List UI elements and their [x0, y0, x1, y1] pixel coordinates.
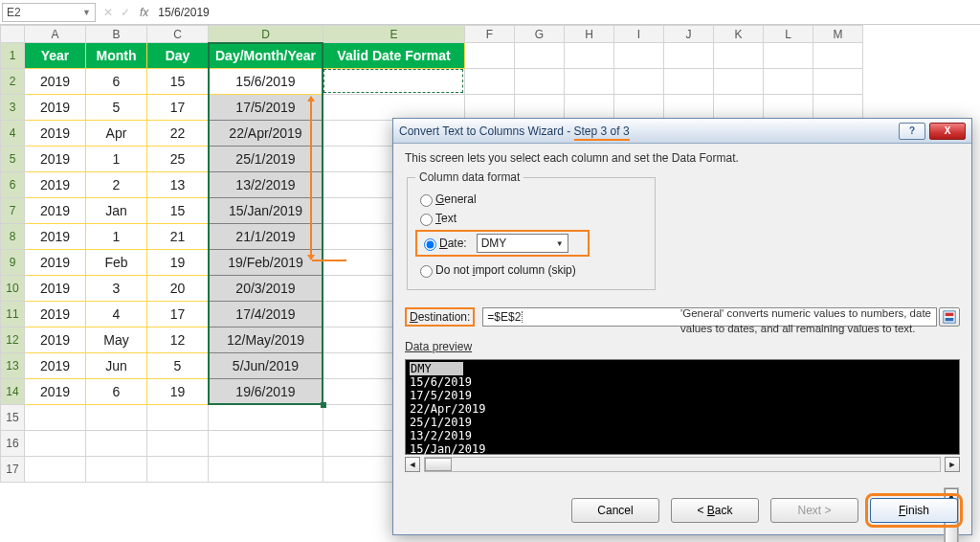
row-header-8[interactable]: 8	[1, 224, 25, 250]
cell-D4[interactable]: 22/Apr/2019	[209, 121, 323, 147]
cell-B7[interactable]: Jan	[86, 198, 147, 224]
cell-A14[interactable]: 2019	[25, 379, 86, 405]
cell-G1[interactable]	[515, 43, 565, 69]
cell-C5[interactable]: 25	[147, 147, 209, 172]
col-header-H[interactable]: H	[565, 26, 614, 43]
row-header-2[interactable]: 2	[1, 69, 25, 95]
cell-D9[interactable]: 19/Feb/2019	[209, 250, 323, 276]
help-button[interactable]: ?	[899, 123, 925, 140]
cell-A17[interactable]	[25, 457, 86, 483]
cell-C6[interactable]: 13	[147, 172, 209, 198]
cell-B8[interactable]: 1	[86, 224, 147, 250]
cell-D2[interactable]: 15/6/2019	[209, 69, 323, 95]
cell-D1[interactable]: Day/Month/Year	[209, 43, 323, 69]
cell-C11[interactable]: 17	[147, 302, 209, 327]
cell-C7[interactable]: 15	[147, 198, 209, 224]
scroll-right-button[interactable]: ►	[945, 457, 960, 472]
col-header-F[interactable]: F	[465, 26, 515, 43]
cell-D12[interactable]: 12/May/2019	[209, 327, 323, 353]
cell-C10[interactable]: 20	[147, 276, 209, 302]
cell-C3[interactable]: 17	[147, 95, 209, 121]
cell-A11[interactable]: 2019	[25, 302, 86, 327]
radio-date[interactable]	[424, 238, 436, 251]
cell-A4[interactable]: 2019	[25, 121, 86, 147]
name-box[interactable]: E2 ▼	[2, 3, 96, 22]
cell-C12[interactable]: 12	[147, 327, 209, 353]
cell-D15[interactable]	[209, 405, 323, 431]
cell-D10[interactable]: 20/3/2019	[209, 276, 323, 302]
cell-F3[interactable]	[465, 95, 515, 121]
cell-C17[interactable]	[147, 457, 209, 483]
cell-B17[interactable]	[86, 457, 147, 483]
cell-A16[interactable]	[25, 431, 86, 457]
cell-A9[interactable]: 2019	[25, 250, 86, 276]
cell-C15[interactable]	[147, 405, 209, 431]
chevron-down-icon[interactable]: ▼	[82, 8, 91, 17]
row-header-4[interactable]: 4	[1, 121, 25, 147]
cell-B3[interactable]: 5	[86, 95, 147, 121]
cell-K1[interactable]	[714, 43, 764, 69]
radio-general-row[interactable]: General	[415, 190, 647, 209]
col-header-M[interactable]: M	[813, 26, 863, 43]
cell-E2[interactable]	[323, 69, 465, 95]
cell-A15[interactable]	[25, 405, 86, 431]
dialog-titlebar[interactable]: Convert Text to Columns Wizard - Step 3 …	[393, 119, 971, 144]
radio-skip[interactable]	[420, 265, 433, 278]
fx-icon[interactable]: fx	[134, 6, 154, 19]
radio-skip-row[interactable]: Do not import column (skip)	[415, 260, 647, 280]
cell-A12[interactable]: 2019	[25, 327, 86, 353]
row-header-14[interactable]: 14	[1, 379, 25, 405]
radio-text-row[interactable]: Text	[415, 209, 647, 228]
cell-M1[interactable]	[813, 43, 863, 69]
cell-B2[interactable]: 6	[86, 69, 147, 95]
back-button[interactable]: < Back	[671, 498, 759, 523]
cell-C1[interactable]: Day	[147, 43, 209, 69]
cell-E3[interactable]	[323, 95, 465, 121]
cell-I3[interactable]	[614, 95, 664, 121]
row-header-13[interactable]: 13	[1, 353, 25, 379]
cell-B16[interactable]	[86, 431, 147, 457]
cell-A2[interactable]: 2019	[25, 69, 86, 95]
row-header-12[interactable]: 12	[1, 327, 25, 353]
cell-C4[interactable]: 22	[147, 121, 209, 147]
finish-button[interactable]: Finish	[870, 498, 958, 523]
cell-A13[interactable]: 2019	[25, 353, 86, 379]
date-order-combo[interactable]: DMY ▼	[477, 234, 568, 253]
col-header-G[interactable]: G	[515, 26, 565, 43]
cell-B4[interactable]: Apr	[86, 121, 147, 147]
col-header-J[interactable]: J	[664, 26, 714, 43]
cell-B15[interactable]	[86, 405, 147, 431]
cell-B9[interactable]: Feb	[86, 250, 147, 276]
cell-J3[interactable]	[664, 95, 714, 121]
col-header-D[interactable]: D	[209, 26, 323, 43]
cell-A7[interactable]: 2019	[25, 198, 86, 224]
selection-handle[interactable]	[321, 402, 326, 408]
cell-H2[interactable]	[565, 69, 614, 95]
radio-text[interactable]	[420, 214, 433, 226]
cell-A1[interactable]: Year	[25, 43, 86, 69]
col-header-K[interactable]: K	[714, 26, 764, 43]
cell-B10[interactable]: 3	[86, 276, 147, 302]
scroll-track[interactable]	[424, 457, 941, 472]
cell-G3[interactable]	[515, 95, 565, 121]
cell-D14[interactable]: 19/6/2019	[209, 379, 323, 405]
cell-D16[interactable]	[209, 431, 323, 457]
preview-horizontal-scrollbar[interactable]: ◄ ►	[405, 457, 960, 472]
col-header-E[interactable]: E	[323, 26, 465, 43]
cell-B12[interactable]: May	[86, 327, 147, 353]
row-header-9[interactable]: 9	[1, 250, 25, 276]
cell-F2[interactable]	[465, 69, 515, 95]
cell-F1[interactable]	[465, 43, 515, 69]
cell-K3[interactable]	[714, 95, 764, 121]
cell-B13[interactable]: Jun	[86, 353, 147, 379]
cell-D17[interactable]	[209, 457, 323, 483]
chevron-down-icon[interactable]: ▼	[556, 239, 564, 248]
close-button[interactable]: X	[929, 123, 966, 140]
cell-L1[interactable]	[764, 43, 813, 69]
cell-C13[interactable]: 5	[147, 353, 209, 379]
cell-B11[interactable]: 4	[86, 302, 147, 327]
cell-A8[interactable]: 2019	[25, 224, 86, 250]
cell-K2[interactable]	[714, 69, 764, 95]
cell-D7[interactable]: 15/Jan/2019	[209, 198, 323, 224]
row-header-10[interactable]: 10	[1, 276, 25, 302]
